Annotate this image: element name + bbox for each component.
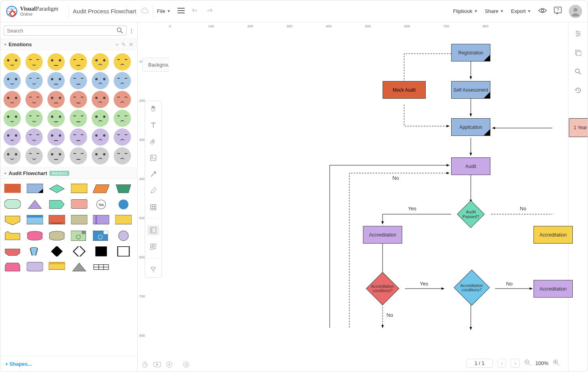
node-cond-1[interactable]: Accreditation conditions? — [366, 272, 399, 305]
node-waiting[interactable]: 1 Year Waiting Period — [569, 118, 588, 137]
palette-shape[interactable] — [49, 230, 65, 242]
palette-shape[interactable] — [27, 214, 43, 226]
palette-shape[interactable] — [71, 214, 87, 226]
palette-shape[interactable] — [71, 183, 87, 195]
emotion-shape[interactable] — [92, 147, 109, 164]
emotion-shape[interactable] — [47, 147, 65, 164]
document-title[interactable]: Audit Process Flowchart — [73, 8, 136, 14]
palette-shape[interactable] — [115, 214, 132, 226]
user-avatar[interactable] — [569, 5, 582, 18]
emotion-shape[interactable] — [70, 147, 87, 164]
emotion-shape[interactable] — [47, 128, 65, 146]
more-shapes-button[interactable]: + Shapes... — [0, 356, 137, 372]
emotion-shape[interactable] — [114, 147, 131, 164]
emotion-shape[interactable] — [70, 53, 87, 70]
node-cond-2[interactable]: Accreditation conditions? — [454, 270, 490, 306]
palette-shape[interactable] — [27, 199, 43, 210]
copy-icon[interactable] — [575, 49, 582, 58]
emotion-shape[interactable] — [4, 110, 21, 127]
emotions-section-header[interactable]: ▾ Emotions + ✎ ✕ — [0, 39, 137, 50]
palette-shape[interactable] — [49, 199, 65, 210]
play-icon[interactable] — [153, 361, 161, 369]
palette-shape[interactable] — [115, 199, 132, 210]
history-icon[interactable] — [575, 87, 582, 95]
emotion-shape[interactable] — [114, 72, 131, 89]
file-menu[interactable]: File▼ — [157, 8, 171, 14]
emotion-shape[interactable] — [92, 72, 109, 89]
flowchart-section-header[interactable]: ▾ Audit Flowchart Advance — [0, 168, 137, 179]
palette-shape[interactable] — [71, 246, 87, 257]
palette-shape[interactable] — [27, 246, 43, 257]
palette-shape[interactable] — [4, 246, 21, 257]
emotion-shape[interactable] — [25, 128, 43, 146]
help-icon[interactable]: ? — [554, 7, 562, 16]
edit-icon[interactable]: ✎ — [122, 42, 126, 47]
hand-tool[interactable] — [147, 103, 159, 114]
emotion-shape[interactable] — [47, 72, 65, 89]
palette-shape[interactable] — [4, 230, 21, 242]
emotion-shape[interactable] — [4, 147, 21, 164]
node-mock-audit[interactable]: Mock Audit — [383, 81, 426, 99]
palette-shape[interactable] — [71, 261, 87, 273]
components-tool[interactable] — [147, 242, 159, 252]
palette-shape[interactable] — [27, 230, 43, 242]
format-painter-tool[interactable] — [147, 265, 159, 275]
canvas-area[interactable]: 0100200300400500600700800 10020030040050… — [138, 22, 568, 372]
grid-tool[interactable] — [147, 202, 159, 212]
palette-shape[interactable] — [4, 214, 21, 226]
hamburger-icon[interactable] — [178, 8, 185, 14]
timer-icon[interactable] — [142, 361, 149, 369]
node-self-assessment[interactable]: Self Assessment — [451, 81, 490, 99]
emotion-shape[interactable] — [92, 110, 109, 127]
palette-shape[interactable] — [71, 199, 87, 210]
node-registration[interactable]: Registration — [451, 44, 490, 61]
node-audit-passed[interactable]: Audit Passed? — [457, 200, 485, 228]
diagram-canvas[interactable]: Mock Audit (dashed) --> — [169, 30, 552, 356]
undo-icon[interactable] — [192, 7, 199, 15]
arrow-tool[interactable] — [147, 169, 159, 179]
add-icon[interactable]: + — [115, 42, 118, 47]
emotion-shape[interactable] — [92, 53, 109, 70]
zoom-out-icon[interactable] — [524, 359, 531, 367]
palette-shape[interactable] — [4, 261, 21, 273]
sidebar-more-icon[interactable]: ⋮ — [129, 28, 134, 34]
node-accreditation-3[interactable]: Accreditation — [534, 280, 573, 298]
emotion-shape[interactable] — [92, 128, 109, 146]
sliders-icon[interactable] — [575, 30, 582, 38]
palette-shape[interactable] — [93, 261, 109, 273]
flipbook-menu[interactable]: Flipbook▼ — [453, 8, 478, 14]
emotion-shape[interactable] — [25, 53, 43, 70]
emotion-shape[interactable] — [70, 110, 87, 127]
palette-shape[interactable] — [93, 214, 109, 226]
emotion-shape[interactable] — [4, 72, 21, 89]
share-menu[interactable]: Share▼ — [485, 8, 504, 14]
text-tool[interactable] — [147, 120, 159, 130]
emotion-shape[interactable] — [114, 110, 131, 127]
side-panel-tool[interactable] — [147, 225, 159, 235]
palette-shape[interactable] — [49, 246, 65, 257]
zoom-level[interactable]: 100% — [535, 360, 548, 366]
emotion-shape[interactable] — [47, 91, 65, 108]
emotion-shape[interactable] — [25, 110, 43, 127]
export-menu[interactable]: Export▼ — [511, 8, 531, 14]
emotion-shape[interactable] — [70, 128, 87, 146]
node-audit[interactable]: Audit — [451, 157, 490, 175]
node-accreditation-1[interactable]: Accreditation — [363, 226, 402, 244]
emotion-shape[interactable] — [4, 128, 21, 146]
emotion-shape[interactable] — [25, 147, 43, 164]
shapes-tool[interactable] — [147, 136, 159, 146]
search-input[interactable] — [4, 25, 127, 36]
emotion-shape[interactable] — [92, 91, 109, 108]
palette-shape[interactable] — [4, 183, 21, 195]
emotion-shape[interactable] — [47, 53, 65, 70]
emotion-shape[interactable] — [25, 72, 43, 89]
palette-shape[interactable] — [49, 261, 65, 273]
emotion-shape[interactable] — [4, 53, 21, 70]
prev-page-button[interactable]: ‹ — [497, 359, 506, 368]
page-indicator[interactable]: 1 / 1 — [466, 359, 493, 368]
node-application[interactable]: Application — [451, 118, 490, 136]
search-icon[interactable] — [575, 69, 581, 76]
palette-shape[interactable] — [71, 230, 87, 242]
next-page-button[interactable]: › — [511, 359, 519, 368]
emotion-shape[interactable] — [70, 91, 87, 108]
